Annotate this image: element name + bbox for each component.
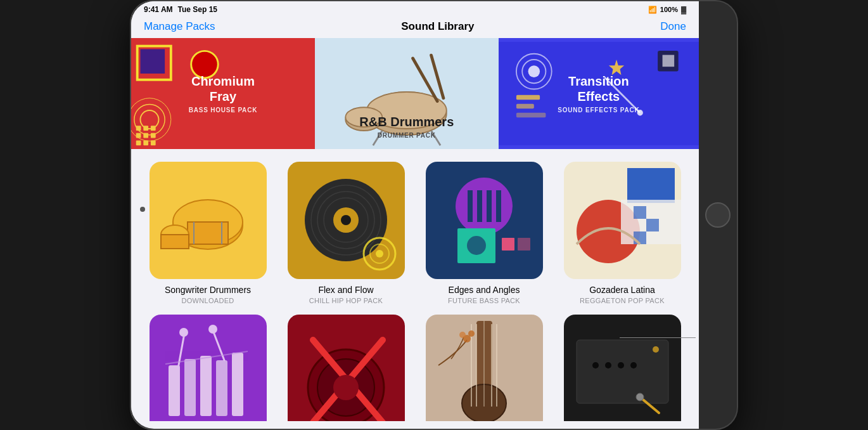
gozadera-latina-tag: Reggaeton Pop Pack <box>580 297 665 304</box>
svg-point-103 <box>605 362 611 368</box>
svg-point-88 <box>333 375 359 400</box>
battery-icon: ▓ <box>681 6 686 13</box>
svg-point-54 <box>376 250 383 257</box>
transition-effects-title: TransitionEffects <box>558 74 639 104</box>
featured-transition-effects[interactable]: TransitionEffects Sound Effects Pack <box>499 38 699 149</box>
svg-marker-2 <box>140 49 165 74</box>
status-icons: 📶 100% ▓ <box>648 6 686 14</box>
status-time: 9:41 AM <box>144 5 173 14</box>
rnb-drummers-content: R&B Drummers Drummer Pack <box>315 114 499 139</box>
svg-rect-70 <box>646 219 659 231</box>
device-screen: 9:41 AM Tue Sep 15 📶 100% ▓ Manage Packs… <box>131 1 699 429</box>
pack-songwriter-drummers[interactable]: Songwriter Drummers DOWNLOADED <box>144 162 272 304</box>
rnb-drummers-title: R&B Drummers <box>315 114 499 129</box>
svg-rect-69 <box>634 206 646 219</box>
svg-rect-7 <box>136 126 141 131</box>
svg-rect-74 <box>184 359 196 416</box>
page-title: Sound Library <box>401 20 474 33</box>
svg-rect-15 <box>151 140 156 145</box>
side-button <box>140 207 145 212</box>
svg-rect-32 <box>516 95 540 100</box>
pack-flex-and-flow[interactable]: Flex and Flow Chill Hip Hop Pack <box>282 162 410 304</box>
gozadera-latina-name: Gozadera Latina <box>589 284 655 296</box>
svg-rect-76 <box>216 360 227 416</box>
featured-rnb-drummers[interactable]: R&B Drummers Drummer Pack <box>315 38 499 149</box>
svg-rect-33 <box>516 104 534 108</box>
flex-and-flow-name: Flex and Flow <box>318 284 373 296</box>
svg-rect-42 <box>161 235 189 249</box>
svg-point-107 <box>636 393 644 401</box>
svg-marker-36 <box>662 55 674 67</box>
transition-effects-subtitle: Sound Effects Pack <box>558 107 639 114</box>
manage-packs-button[interactable]: Manage Packs <box>144 20 215 33</box>
pack-gozadera-latina[interactable]: Gozadera Latina Reggaeton Pop Pack <box>558 162 686 304</box>
battery-label: 100% <box>660 6 678 13</box>
svg-point-79 <box>179 328 188 337</box>
chromium-fray-content: ChromiumFray Bass House Pack <box>189 74 258 114</box>
chromium-fray-subtitle: Bass House Pack <box>189 107 258 114</box>
pack-percussionists[interactable]: Percussionists Drummer Pack <box>144 315 272 421</box>
svg-point-99 <box>468 330 475 337</box>
svg-rect-13 <box>136 140 141 145</box>
songwriter-drummers-name: Songwriter Drummers <box>165 284 251 296</box>
annotation-line <box>620 337 696 338</box>
device-frame: 9:41 AM Tue Sep 15 📶 100% ▓ Manage Packs… <box>130 0 738 430</box>
rnb-drummers-subtitle: Drummer Pack <box>315 132 499 139</box>
svg-rect-73 <box>169 365 180 416</box>
svg-rect-9 <box>151 126 156 131</box>
svg-point-104 <box>618 362 624 368</box>
status-bar: 9:41 AM Tue Sep 15 📶 100% ▓ <box>131 1 699 18</box>
svg-rect-10 <box>136 133 141 138</box>
transition-effects-content: TransitionEffects Sound Effects Pack <box>558 74 639 114</box>
svg-rect-34 <box>516 113 546 117</box>
svg-rect-11 <box>143 133 148 138</box>
svg-point-48 <box>341 215 351 225</box>
pack-chinese-traditional[interactable]: Chinese Traditional DOWNLOADED <box>420 315 548 421</box>
featured-chromium-fray[interactable]: ChromiumFray Bass House Pack <box>131 38 315 149</box>
svg-rect-64 <box>518 238 530 251</box>
svg-rect-8 <box>143 126 148 131</box>
wifi-icon: 📶 <box>648 6 657 14</box>
svg-rect-75 <box>200 356 212 416</box>
svg-point-108 <box>653 346 659 353</box>
edges-and-angles-name: Edges and Angles <box>449 284 520 296</box>
pack-grid: Songwriter Drummers DOWNLOADED <box>131 162 699 421</box>
svg-point-62 <box>467 236 486 255</box>
svg-point-98 <box>459 332 466 338</box>
svg-rect-77 <box>232 353 243 416</box>
songwriter-drummers-tag: DOWNLOADED <box>181 297 234 304</box>
svg-rect-71 <box>634 231 646 244</box>
svg-rect-14 <box>143 140 148 145</box>
svg-point-81 <box>208 325 217 334</box>
main-content: ChromiumFray Bass House Pack <box>131 38 699 421</box>
svg-rect-63 <box>502 238 514 251</box>
svg-point-105 <box>630 362 637 368</box>
pack-edges-and-angles[interactable]: Edges and Angles Future Bass Pack <box>420 162 548 304</box>
pack-tone-collection[interactable]: Tone Collection Guitar Sound Pack <box>558 315 686 421</box>
chromium-fray-title: ChromiumFray <box>189 74 258 104</box>
svg-point-56 <box>456 178 513 235</box>
svg-rect-66 <box>627 168 675 203</box>
edges-and-angles-tag: Future Bass Pack <box>448 297 520 304</box>
status-date: Tue Sep 15 <box>178 5 217 14</box>
done-button[interactable]: Done <box>660 20 686 33</box>
svg-point-28 <box>528 65 540 77</box>
flex-and-flow-tag: Chill Hip Hop Pack <box>309 297 383 304</box>
nav-bar: Manage Packs Sound Library Done <box>131 18 699 38</box>
featured-row: ChromiumFray Bass House Pack <box>131 38 699 149</box>
svg-point-102 <box>592 362 599 368</box>
home-button[interactable] <box>705 202 731 228</box>
pack-rock-drummers[interactable]: Rock Drummers Drummer Pack <box>282 315 410 421</box>
svg-rect-12 <box>151 133 156 138</box>
